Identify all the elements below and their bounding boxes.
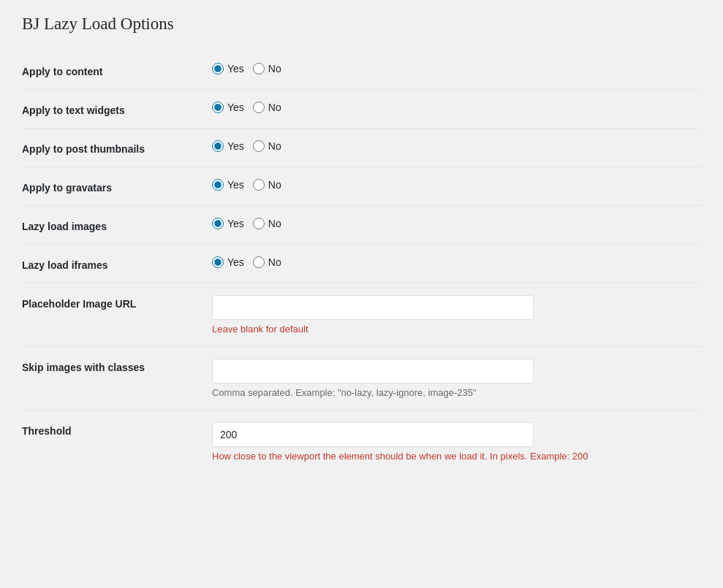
radio-option-text: Yes bbox=[227, 140, 244, 152]
setting-control-apply-to-post-thumbnails: YesNo bbox=[212, 140, 701, 152]
settings-row: Lazy load imagesYesNo bbox=[22, 206, 701, 245]
radio-group-apply-to-content: YesNo bbox=[212, 63, 701, 75]
settings-row: ThresholdHow close to the viewport the e… bbox=[22, 411, 701, 473]
radio-input-apply-to-post-thumbnails-no[interactable] bbox=[253, 140, 265, 152]
text-input-skip-images-classes[interactable] bbox=[212, 359, 534, 383]
radio-label-apply-to-post-thumbnails-no[interactable]: No bbox=[253, 140, 281, 152]
radio-input-lazy-load-images-yes[interactable] bbox=[212, 218, 224, 229]
radio-input-apply-to-content-no[interactable] bbox=[253, 63, 265, 75]
radio-label-apply-to-gravatars-yes[interactable]: Yes bbox=[212, 179, 244, 191]
radio-label-apply-to-post-thumbnails-yes[interactable]: Yes bbox=[212, 140, 244, 152]
setting-control-threshold: How close to the viewport the element sh… bbox=[212, 422, 701, 462]
setting-label-lazy-load-images: Lazy load images bbox=[22, 218, 212, 232]
setting-label-apply-to-content: Apply to content bbox=[22, 63, 212, 77]
settings-row: Apply to contentYesNo bbox=[22, 51, 701, 90]
setting-label-threshold: Threshold bbox=[22, 422, 212, 437]
radio-option-text: No bbox=[268, 63, 281, 75]
radio-label-lazy-load-iframes-no[interactable]: No bbox=[253, 256, 281, 268]
setting-control-placeholder-image-url: Leave blank for default bbox=[212, 295, 701, 335]
radio-label-apply-to-text-widgets-yes[interactable]: Yes bbox=[212, 102, 244, 113]
radio-option-text: No bbox=[268, 179, 281, 191]
radio-option-text: No bbox=[268, 102, 281, 113]
radio-label-lazy-load-images-no[interactable]: No bbox=[253, 218, 281, 229]
setting-control-skip-images-classes: Comma separated. Example: "no-lazy, lazy… bbox=[212, 359, 701, 398]
radio-input-apply-to-text-widgets-yes[interactable] bbox=[212, 102, 224, 113]
radio-option-text: No bbox=[268, 256, 281, 268]
radio-input-apply-to-gravatars-no[interactable] bbox=[253, 179, 265, 191]
setting-label-apply-to-gravatars: Apply to gravatars bbox=[22, 179, 212, 194]
radio-option-text: Yes bbox=[227, 102, 244, 113]
settings-row: Apply to gravatarsYesNo bbox=[22, 167, 701, 206]
settings-row: Placeholder Image URLLeave blank for def… bbox=[22, 283, 701, 347]
settings-row: Apply to text widgetsYesNo bbox=[22, 90, 701, 129]
hint-text-threshold: How close to the viewport the element sh… bbox=[212, 451, 701, 462]
setting-label-lazy-load-iframes: Lazy load iframes bbox=[22, 256, 212, 271]
radio-input-apply-to-text-widgets-no[interactable] bbox=[253, 102, 265, 113]
radio-option-text: No bbox=[268, 218, 281, 229]
setting-label-placeholder-image-url: Placeholder Image URL bbox=[22, 295, 212, 310]
text-input-placeholder-image-url[interactable] bbox=[212, 295, 534, 320]
radio-option-text: Yes bbox=[227, 218, 244, 229]
setting-label-apply-to-text-widgets: Apply to text widgets bbox=[22, 102, 212, 116]
radio-label-apply-to-content-yes[interactable]: Yes bbox=[212, 63, 244, 75]
radio-label-lazy-load-iframes-yes[interactable]: Yes bbox=[212, 256, 244, 268]
radio-group-apply-to-text-widgets: YesNo bbox=[212, 102, 701, 113]
settings-row: Apply to post thumbnailsYesNo bbox=[22, 129, 701, 167]
radio-option-text: Yes bbox=[227, 179, 244, 191]
settings-container: BJ Lazy Load Options Apply to contentYes… bbox=[22, 15, 701, 473]
radio-label-lazy-load-images-yes[interactable]: Yes bbox=[212, 218, 244, 229]
radio-label-apply-to-gravatars-no[interactable]: No bbox=[253, 179, 281, 191]
setting-control-lazy-load-iframes: YesNo bbox=[212, 256, 701, 268]
radio-group-lazy-load-iframes: YesNo bbox=[212, 256, 701, 268]
radio-group-lazy-load-images: YesNo bbox=[212, 218, 701, 229]
setting-control-lazy-load-images: YesNo bbox=[212, 218, 701, 229]
radio-label-apply-to-content-no[interactable]: No bbox=[253, 63, 281, 75]
hint-text-skip-images-classes: Comma separated. Example: "no-lazy, lazy… bbox=[212, 387, 701, 398]
radio-input-lazy-load-iframes-no[interactable] bbox=[253, 256, 265, 268]
setting-label-skip-images-classes: Skip images with classes bbox=[22, 359, 212, 373]
radio-group-apply-to-gravatars: YesNo bbox=[212, 179, 701, 191]
radio-group-apply-to-post-thumbnails: YesNo bbox=[212, 140, 701, 152]
setting-label-apply-to-post-thumbnails: Apply to post thumbnails bbox=[22, 140, 212, 155]
text-input-threshold[interactable] bbox=[212, 422, 534, 447]
hint-text-placeholder-image-url: Leave blank for default bbox=[212, 324, 701, 335]
settings-list: Apply to contentYesNoApply to text widge… bbox=[22, 51, 701, 473]
radio-label-apply-to-text-widgets-no[interactable]: No bbox=[253, 102, 281, 113]
settings-row: Lazy load iframesYesNo bbox=[22, 245, 701, 283]
radio-input-apply-to-gravatars-yes[interactable] bbox=[212, 179, 224, 191]
radio-input-lazy-load-iframes-yes[interactable] bbox=[212, 256, 224, 268]
setting-control-apply-to-gravatars: YesNo bbox=[212, 179, 701, 191]
radio-option-text: Yes bbox=[227, 63, 244, 75]
settings-row: Skip images with classesComma separated.… bbox=[22, 347, 701, 411]
radio-input-apply-to-content-yes[interactable] bbox=[212, 63, 224, 75]
radio-option-text: Yes bbox=[227, 256, 244, 268]
page-title: BJ Lazy Load Options bbox=[22, 15, 701, 34]
radio-option-text: No bbox=[268, 140, 281, 152]
radio-input-apply-to-post-thumbnails-yes[interactable] bbox=[212, 140, 224, 152]
setting-control-apply-to-text-widgets: YesNo bbox=[212, 102, 701, 113]
radio-input-lazy-load-images-no[interactable] bbox=[253, 218, 265, 229]
setting-control-apply-to-content: YesNo bbox=[212, 63, 701, 75]
